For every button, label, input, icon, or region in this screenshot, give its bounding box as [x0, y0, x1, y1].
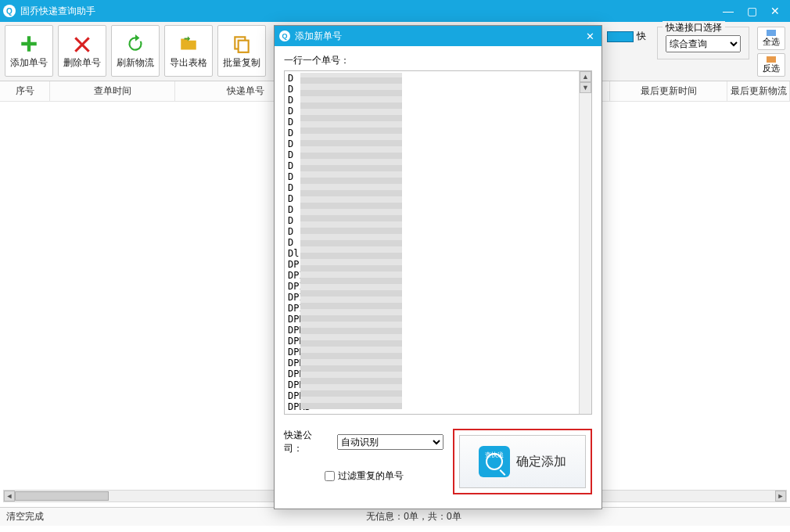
confirm-add-label: 确定添加 — [516, 454, 566, 470]
company-column: 快递公司： 自动识别 过滤重复的单号 — [284, 429, 443, 483]
company-label: 快递公司： — [284, 429, 329, 455]
batch-copy-label: 批量复制 — [223, 56, 260, 70]
add-tracking-label: 添加单号 — [10, 56, 48, 70]
search-express-icon: 查快递 — [479, 446, 510, 477]
add-tracking-button[interactable]: 添加单号 — [5, 25, 53, 77]
statusbar: 清空完成 无信息：0单，共：0单 — [0, 507, 790, 526]
invert-select-label: 反选 — [763, 63, 780, 74]
company-row: 快递公司： 自动识别 — [284, 429, 443, 455]
interface-group: 快递接口选择 综合查询 — [657, 27, 749, 59]
filter-duplicate-label: 过滤重复的单号 — [338, 469, 404, 483]
titlebar: Q 固乔快递查询助手 — ▢ ✕ — [0, 0, 790, 22]
invert-select-button[interactable]: 反选 — [757, 53, 785, 77]
modal-close-button[interactable]: ✕ — [583, 29, 597, 43]
modal-lower: 快递公司： 自动识别 过滤重复的单号 查快递 确定添加 — [284, 429, 592, 494]
select-all-label: 全选 — [763, 36, 780, 48]
refresh-icon — [124, 33, 146, 55]
delete-tracking-label: 删除单号 — [63, 56, 101, 70]
confirm-highlight: 查快递 确定添加 — [453, 429, 592, 494]
invert-icon — [767, 56, 776, 63]
app-icon: Q — [3, 5, 16, 17]
plus-icon — [18, 33, 40, 55]
speed-bar[interactable] — [607, 31, 634, 42]
svg-rect-2 — [767, 30, 776, 36]
col-seq[interactable]: 序号 — [0, 81, 50, 101]
select-all-icon — [767, 30, 776, 36]
svg-rect-1 — [239, 40, 249, 52]
x-icon — [71, 33, 93, 55]
col-last-update-logi[interactable]: 最后更新物流 — [727, 81, 790, 101]
scroll-up-button[interactable]: ▲ — [580, 71, 591, 82]
modal-body: 一行一个单号： D D D D D D D D D D D D D D D D … — [275, 46, 601, 509]
textarea-scrollbar[interactable]: ▲ ▼ — [579, 71, 591, 414]
modal-app-icon: Q — [279, 31, 290, 41]
scroll-right-button[interactable]: ► — [775, 491, 786, 501]
scroll-thumb[interactable] — [15, 491, 109, 501]
interface-select[interactable]: 综合查询 — [666, 35, 741, 52]
window-controls: — ▢ ✕ — [716, 0, 787, 22]
select-all-button[interactable]: 全选 — [757, 27, 785, 50]
copy-icon — [231, 33, 253, 55]
confirm-add-button[interactable]: 查快递 确定添加 — [459, 435, 586, 488]
company-select[interactable]: 自动识别 — [337, 434, 443, 450]
col-last-update[interactable]: 最后更新时间 — [610, 81, 727, 101]
scroll-down-button[interactable]: ▼ — [580, 82, 591, 93]
filter-row: 过滤重复的单号 — [284, 469, 443, 483]
modal-hint: 一行一个单号： — [284, 54, 592, 67]
speed-label: 快 — [637, 30, 646, 43]
redacted-overlay — [300, 73, 402, 409]
filter-duplicate-checkbox[interactable] — [325, 471, 335, 481]
maximize-button[interactable]: ▢ — [740, 0, 763, 22]
folder-icon — [178, 33, 199, 55]
refresh-button[interactable]: 刷新物流 — [111, 25, 160, 77]
tracking-textarea-wrap: D D D D D D D D D D D D D D D D Dl DP DP… — [284, 70, 592, 415]
close-button[interactable]: ✕ — [763, 0, 787, 22]
app-title: 固乔快递查询助手 — [20, 5, 716, 18]
interface-legend: 快递接口选择 — [663, 21, 725, 34]
add-tracking-modal: Q 添加新单号 ✕ 一行一个单号： D D D D D D D D D D D … — [274, 25, 602, 509]
status-center: 无信息：0单，共：0单 — [44, 510, 784, 523]
export-label: 导出表格 — [170, 56, 207, 70]
modal-titlebar: Q 添加新单号 ✕ — [275, 26, 601, 46]
svg-rect-3 — [767, 56, 776, 63]
status-left: 清空完成 — [6, 510, 44, 523]
scroll-left-button[interactable]: ◄ — [4, 491, 15, 501]
export-button[interactable]: 导出表格 — [164, 25, 213, 77]
speed-indicator: 快 — [607, 30, 646, 43]
delete-tracking-button[interactable]: 删除单号 — [58, 25, 106, 77]
minimize-button[interactable]: — — [716, 0, 740, 22]
batch-copy-button[interactable]: 批量复制 — [217, 25, 266, 77]
selection-buttons: 全选 反选 — [757, 27, 785, 77]
modal-title: 添加新单号 — [295, 30, 583, 43]
refresh-label: 刷新物流 — [117, 56, 154, 70]
col-check-time[interactable]: 查单时间 — [50, 81, 175, 101]
